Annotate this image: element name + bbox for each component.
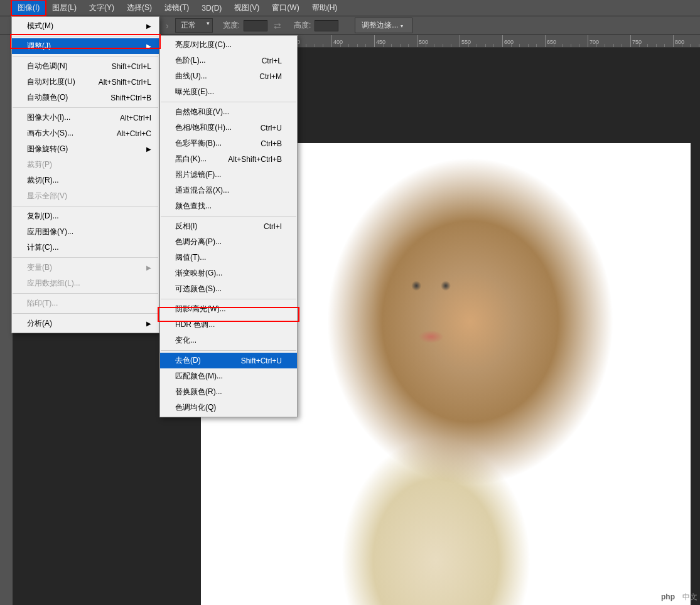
menu-item-label: 黑白(K)...: [175, 154, 207, 164]
ruler-tick: 400: [331, 35, 343, 48]
submenu-arrow-icon: ▶: [146, 43, 151, 50]
menu-item-shortcut: Shift+Ctrl+U: [241, 356, 282, 365]
menu-item-shortcut: Ctrl+M: [259, 72, 282, 81]
menu-layer[interactable]: 图层(L): [46, 0, 83, 16]
adjust-menu-item[interactable]: 曝光度(E)...: [160, 84, 297, 100]
menu-select[interactable]: 选择(S): [121, 0, 158, 16]
menu-item-label: 颜色查找...: [175, 201, 212, 211]
menu-item-label: 去色(D): [175, 355, 201, 366]
adjust-menu-item[interactable]: 黑白(K)...Alt+Shift+Ctrl+B: [160, 151, 297, 167]
menu-item-shortcut: Alt+Ctrl+C: [117, 129, 151, 138]
menu-item-label: 自动色调(N): [27, 61, 68, 72]
height-input[interactable]: [315, 20, 338, 31]
adjust-menu-item[interactable]: 阈值(T)...: [160, 250, 297, 265]
adjust-menu-item[interactable]: HDR 色调...: [160, 317, 297, 333]
submenu-arrow-icon: ▶: [146, 146, 151, 153]
blend-mode-dropdown[interactable]: 正常: [175, 18, 213, 33]
adjust-menu-item[interactable]: 通道混合器(X)...: [160, 183, 297, 198]
menu-separator: [161, 102, 296, 102]
menu-item-shortcut: Alt+Shift+Ctrl+B: [228, 155, 282, 164]
adjust-menu-item[interactable]: 阴影/高光(W)...: [160, 301, 297, 317]
image-menu-item[interactable]: 图像大小(I)...Alt+Ctrl+I: [12, 110, 159, 126]
menu-item-label: 曲线(U)...: [175, 71, 207, 82]
menu-item-label: 计算(C)...: [27, 242, 59, 253]
adjust-menu-item[interactable]: 自然饱和度(V)...: [160, 104, 297, 120]
menu-view[interactable]: 视图(V): [228, 0, 266, 16]
image-menu-item[interactable]: 应用图像(Y)...: [12, 224, 159, 240]
image-menu-item[interactable]: 分析(A)▶: [12, 316, 159, 331]
image-menu-item[interactable]: 裁切(R)...: [12, 173, 159, 188]
adjust-menu-item[interactable]: 色相/饱和度(H)...Ctrl+U: [160, 120, 297, 136]
menu-image[interactable]: 图像(I): [11, 0, 46, 16]
adjust-menu-item[interactable]: 匹配颜色(M)...: [160, 368, 297, 384]
menu-window[interactable]: 窗口(W): [266, 0, 305, 16]
menu-help[interactable]: 帮助(H): [306, 0, 344, 16]
menu-item-shortcut: Alt+Ctrl+I: [120, 114, 151, 122]
width-input[interactable]: [244, 20, 267, 31]
adjust-menu-item[interactable]: 照片滤镜(F)...: [160, 167, 297, 183]
menu-separator: [13, 36, 158, 36]
menu-separator: [161, 350, 296, 351]
swap-icon[interactable]: ⇄: [271, 21, 284, 31]
menu-separator: [13, 107, 158, 108]
adjust-menu-item[interactable]: 色彩平衡(B)...Ctrl+B: [160, 136, 297, 151]
menu-item-label: 渐变映射(G)...: [175, 268, 222, 279]
image-menu-item[interactable]: 复制(D)...: [12, 208, 159, 224]
menu-item-label: 色阶(L)...: [175, 55, 206, 66]
adjust-menu-item[interactable]: 曲线(U)...Ctrl+M: [160, 68, 297, 84]
image-menu-item[interactable]: 模式(M)▶: [12, 18, 159, 34]
adjust-menu-item[interactable]: 亮度/对比度(C)...: [160, 37, 297, 53]
menu-item-label: 应用图像(Y)...: [27, 227, 73, 237]
menu-item-label: 显示全部(V): [27, 191, 67, 201]
adjust-menu-item[interactable]: 变化...: [160, 333, 297, 348]
image-menu-item[interactable]: 图像旋转(G)▶: [12, 141, 159, 157]
ruler-tick: 600: [502, 35, 514, 48]
image-menu-item[interactable]: 调整(J)▶: [12, 38, 159, 54]
menu-item-label: 色相/饱和度(H)...: [175, 122, 232, 133]
adjust-menu-item[interactable]: 色调分离(P)...: [160, 234, 297, 250]
image-menu-item[interactable]: 自动颜色(O)Shift+Ctrl+B: [12, 90, 159, 105]
refine-edge-button[interactable]: 调整边缘...: [355, 18, 412, 33]
menu-item-label: HDR 色调...: [175, 319, 215, 330]
menu-item-shortcut: Ctrl+L: [262, 56, 282, 65]
menu-3d[interactable]: 3D(D): [195, 1, 228, 15]
adjust-menu-item[interactable]: 渐变映射(G)...: [160, 265, 297, 281]
image-menu-dropdown: 模式(M)▶调整(J)▶自动色调(N)Shift+Ctrl+L自动对比度(U)A…: [11, 16, 159, 333]
image-menu-item: 裁剪(P): [12, 157, 159, 173]
image-menu-item: 陷印(T)...: [12, 296, 159, 311]
image-menu-item[interactable]: 自动对比度(U)Alt+Shift+Ctrl+L: [12, 74, 159, 90]
menu-item-label: 变化...: [175, 335, 197, 346]
menu-item-shortcut: Ctrl+B: [261, 139, 282, 148]
submenu-arrow-icon: ▶: [146, 264, 151, 271]
image-menu-item[interactable]: 计算(C)...: [12, 240, 159, 255]
adjust-menu-item[interactable]: 色调均化(Q): [160, 400, 297, 415]
submenu-arrow-icon: ▶: [146, 23, 151, 29]
arrow-icon: ›: [163, 21, 171, 31]
menu-item-label: 通道混合器(X)...: [175, 185, 229, 196]
adjust-menu-item[interactable]: 可选颜色(S)...: [160, 281, 297, 297]
adjust-menu-item[interactable]: 去色(D)Shift+Ctrl+U: [160, 353, 297, 368]
menu-item-label: 反相(I): [175, 221, 197, 232]
adjust-menu-item[interactable]: 反相(I)Ctrl+I: [160, 218, 297, 234]
image-menu-item[interactable]: 画布大小(S)...Alt+Ctrl+C: [12, 126, 159, 141]
menu-filter[interactable]: 滤镜(T): [158, 0, 195, 16]
adjust-menu-item[interactable]: 替换颜色(R)...: [160, 384, 297, 400]
menu-item-label: 照片滤镜(F)...: [175, 169, 221, 180]
menu-item-label: 匹配颜色(M)...: [175, 371, 223, 382]
menu-item-label: 应用数据组(L)...: [27, 278, 80, 289]
toolbox: [0, 35, 13, 605]
ruler-tick: 500: [417, 35, 428, 48]
menu-separator: [161, 299, 296, 299]
adjust-menu-item[interactable]: 色阶(L)...Ctrl+L: [160, 53, 297, 68]
ruler-tick: 750: [630, 35, 642, 48]
menu-item-label: 色调均化(Q): [175, 402, 216, 413]
menu-item-label: 亮度/对比度(C)...: [175, 40, 232, 50]
menu-item-shortcut: Ctrl+I: [264, 222, 282, 231]
menu-item-label: 模式(M): [27, 21, 53, 31]
menu-separator: [13, 56, 158, 56]
menu-item-label: 图像大小(I)...: [27, 112, 70, 123]
image-menu-item[interactable]: 自动色调(N)Shift+Ctrl+L: [12, 58, 159, 74]
adjust-menu-item[interactable]: 颜色查找...: [160, 198, 297, 214]
menu-text[interactable]: 文字(Y): [83, 0, 121, 16]
watermark: php 中文: [656, 591, 697, 602]
